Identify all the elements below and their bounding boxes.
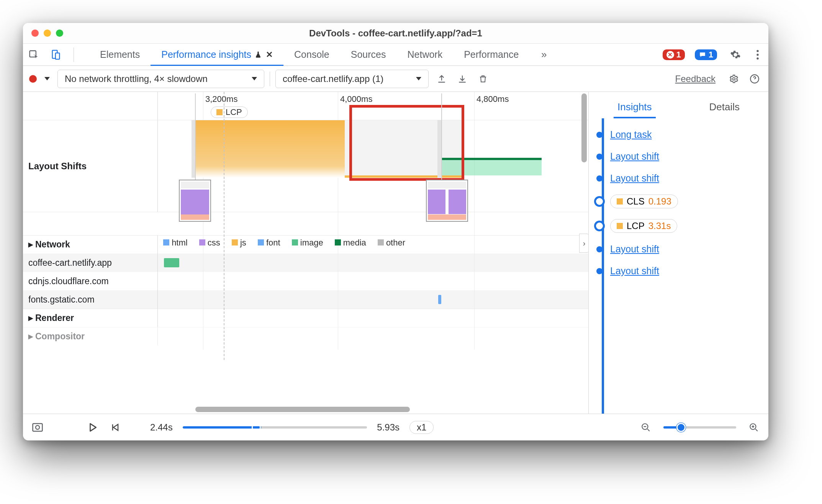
chevron-down-icon <box>416 77 421 80</box>
main-area: 3,200ms 4,000ms 4,800ms LCP Layout Shift… <box>23 92 768 414</box>
screenshot-thumb[interactable] <box>426 180 468 222</box>
playback-footer: 2.44s 5.93s x1 <box>23 414 768 440</box>
insights-toolbar: No network throttling, 4× slowdown coffe… <box>23 66 768 92</box>
insights-sidebar: Insights Details Long task Layout shift … <box>588 92 768 414</box>
help-icon[interactable] <box>747 71 762 87</box>
insight-lcp[interactable]: LCP 3.31s <box>589 214 765 238</box>
import-icon[interactable] <box>455 71 470 87</box>
device-toggle-icon[interactable] <box>48 47 64 62</box>
tab-performance-insights[interactable]: Performance insights ✕ <box>151 44 283 65</box>
export-icon[interactable] <box>434 71 449 87</box>
compositor-track-header[interactable]: ▶Compositor <box>23 327 588 345</box>
record-button[interactable] <box>29 75 37 83</box>
sidebar-collapse-icon[interactable]: › <box>579 234 588 253</box>
target-value: coffee-cart.netlify.app (1) <box>283 74 383 84</box>
playback-speed[interactable]: x1 <box>409 421 434 434</box>
target-select[interactable]: coffee-cart.netlify.app (1) <box>275 70 429 88</box>
lcp-marker-label: LCP <box>226 107 242 117</box>
svg-rect-8 <box>33 424 43 431</box>
close-tab-icon[interactable]: ✕ <box>266 50 273 60</box>
error-badge[interactable]: ✕ 1 <box>663 49 685 60</box>
screenshot-marker <box>195 93 196 180</box>
layout-shifts-track[interactable]: Layout Shifts <box>23 120 588 212</box>
error-icon: ✕ <box>666 51 674 59</box>
separator <box>270 72 270 86</box>
svg-point-4 <box>757 54 758 56</box>
horizontal-scrollbar[interactable] <box>195 407 410 412</box>
zoom-out-icon[interactable] <box>638 420 653 435</box>
panel-settings-icon[interactable] <box>726 71 742 87</box>
devtools-window: DevTools - coffee-cart.netlify.app/?ad=1… <box>23 23 768 440</box>
zoom-in-icon[interactable] <box>746 420 761 435</box>
highlight-box <box>349 105 464 181</box>
svg-point-6 <box>733 77 735 80</box>
settings-icon[interactable] <box>728 47 743 62</box>
throttling-value: No network throttling, 4× slowdown <box>65 74 208 84</box>
screenshot-thumb[interactable] <box>179 180 211 222</box>
tab-details[interactable]: Details <box>707 96 742 118</box>
tick-label: 3,200ms <box>205 94 237 104</box>
network-legend: html css js font image media other <box>158 236 588 250</box>
request-bar[interactable] <box>164 258 179 267</box>
svg-point-5 <box>757 57 758 59</box>
play-button[interactable] <box>88 422 97 432</box>
tab-console[interactable]: Console <box>283 44 340 65</box>
insight-item[interactable]: Layout shift <box>589 167 765 189</box>
rewind-icon[interactable] <box>107 420 123 435</box>
insights-list[interactable]: Long task Layout shift Layout shift CLS … <box>589 118 768 414</box>
zoom-slider[interactable] <box>663 426 736 429</box>
throttling-select[interactable]: No network throttling, 4× slowdown <box>57 70 264 88</box>
separator <box>74 47 74 62</box>
renderer-track-header[interactable]: ▶Renderer <box>23 309 588 327</box>
svg-point-9 <box>36 425 39 429</box>
timeline-ruler[interactable]: 3,200ms 4,000ms 4,800ms LCP <box>23 92 588 120</box>
screenshot-marker <box>441 93 442 180</box>
insight-item[interactable]: Long task <box>589 124 765 146</box>
tab-elements[interactable]: Elements <box>89 44 151 65</box>
time-start: 2.44s <box>150 422 173 433</box>
cls-value: 0.193 <box>648 196 671 207</box>
lcp-value: 3.31s <box>648 221 671 231</box>
network-host-row[interactable]: fonts.gstatic.com <box>23 290 588 309</box>
vertical-scrollbar[interactable] <box>581 93 587 162</box>
timeline-pane: 3,200ms 4,000ms 4,800ms LCP Layout Shift… <box>23 92 588 414</box>
tick-label: 4,800ms <box>476 94 509 104</box>
lcp-swatch-icon <box>216 109 223 115</box>
panel-tabs: Elements Performance insights ✕ Console … <box>23 44 768 66</box>
request-bar[interactable] <box>438 295 441 304</box>
svg-rect-2 <box>56 53 60 59</box>
lcp-marker-pill[interactable]: LCP <box>211 106 248 118</box>
tick-label: 4,000ms <box>340 94 372 104</box>
time-slider[interactable] <box>183 426 367 429</box>
insight-item[interactable]: Layout shift <box>589 238 765 260</box>
svg-point-3 <box>757 50 758 52</box>
time-end: 5.93s <box>377 422 400 433</box>
tab-network[interactable]: Network <box>397 44 454 65</box>
insight-cls[interactable]: CLS 0.193 <box>589 189 765 214</box>
network-track-header[interactable]: ▶Network html css js font image media ot… <box>23 235 588 254</box>
track-label: Layout Shifts <box>23 120 158 212</box>
network-host-row[interactable]: coffee-cart.netlify.app <box>23 254 588 272</box>
kebab-menu-icon[interactable] <box>750 47 765 62</box>
insight-item[interactable]: Layout shift <box>589 260 765 282</box>
timeline-rail <box>602 118 604 414</box>
experiment-icon <box>254 51 262 59</box>
insight-item[interactable]: Layout shift <box>589 146 765 167</box>
tab-sources[interactable]: Sources <box>340 44 397 65</box>
chevron-down-icon <box>252 77 257 80</box>
messages-badge[interactable]: 1 <box>695 49 717 60</box>
tab-performance[interactable]: Performance <box>453 44 529 65</box>
tab-insights[interactable]: Insights <box>615 96 654 118</box>
message-count: 1 <box>709 50 713 60</box>
inspect-icon[interactable] <box>26 47 41 62</box>
record-menu-caret[interactable] <box>44 77 50 80</box>
message-icon <box>699 51 706 58</box>
error-count: 1 <box>676 50 681 60</box>
window-title: DevTools - coffee-cart.netlify.app/?ad=1 <box>23 28 768 39</box>
feedback-link[interactable]: Feedback <box>675 74 716 84</box>
screenshot-toggle-icon[interactable] <box>30 420 45 435</box>
network-host-row[interactable]: cdnjs.cloudflare.com <box>23 272 588 290</box>
delete-icon[interactable] <box>475 71 491 87</box>
titlebar: DevTools - coffee-cart.netlify.app/?ad=1 <box>23 23 768 44</box>
more-tabs-icon[interactable]: » <box>536 47 552 62</box>
